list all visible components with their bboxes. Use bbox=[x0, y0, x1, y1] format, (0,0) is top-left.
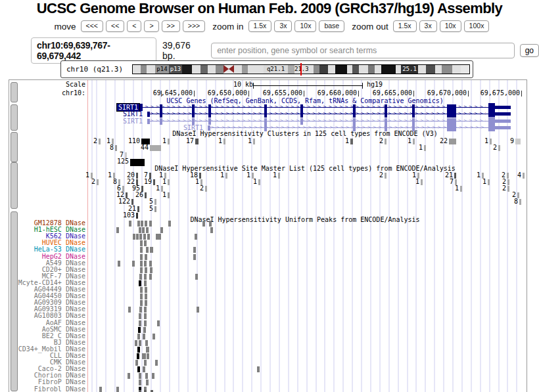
transcript-exon[interactable] bbox=[208, 104, 211, 111]
transcript-exon[interactable] bbox=[488, 123, 495, 131]
move-button[interactable]: << bbox=[106, 20, 124, 32]
centromere-icon bbox=[229, 65, 234, 73]
count-tick bbox=[168, 192, 170, 198]
zoom-out-button[interactable]: 1.5x bbox=[393, 20, 417, 32]
transcript-exon[interactable] bbox=[160, 118, 162, 125]
transcript-exon[interactable] bbox=[447, 118, 456, 125]
strand-arrows-icon: >>>>>>>>>>>>>>>>>>>>>>>>>>>>>>>>>>>>>>>>… bbox=[151, 110, 486, 118]
transcript-exon[interactable] bbox=[385, 118, 387, 125]
transcript-utr[interactable] bbox=[495, 120, 511, 123]
move-button[interactable]: > bbox=[144, 20, 158, 32]
zoom-in-label: zoom in bbox=[212, 22, 243, 32]
zoom-out-button[interactable]: 10x bbox=[440, 20, 461, 32]
count-label: 2 bbox=[200, 185, 204, 192]
transcript-exon[interactable] bbox=[412, 118, 415, 125]
zoom-out-button[interactable]: 100x bbox=[464, 20, 490, 32]
transcript-exon[interactable] bbox=[208, 118, 211, 125]
count-label: 9 bbox=[510, 138, 514, 144]
search-input[interactable] bbox=[211, 43, 514, 58]
transcript-utr[interactable] bbox=[495, 126, 511, 129]
master-track-title[interactable]: DNaseI Hypersensitive Site Master List (… bbox=[88, 165, 522, 172]
ideogram-band bbox=[208, 65, 216, 74]
ideogram-band-label: 25.1 bbox=[401, 65, 418, 74]
transcript-exon[interactable] bbox=[264, 111, 267, 118]
transcript-exon[interactable] bbox=[264, 125, 267, 131]
transcript-exon[interactable] bbox=[264, 118, 267, 125]
count-tick bbox=[424, 145, 426, 151]
track-image[interactable]: Scale chr10: 10 kb hg19 UCSC Genes (RefS… bbox=[9, 79, 527, 392]
transcript-exon[interactable] bbox=[192, 118, 195, 125]
cell-track-label[interactable]: HeLa-S3 DNase bbox=[9, 246, 85, 253]
transcript-exon[interactable] bbox=[192, 104, 195, 111]
transcript-exon[interactable] bbox=[385, 104, 387, 111]
transcript-exon[interactable] bbox=[412, 104, 415, 111]
transcript-exon[interactable] bbox=[385, 125, 387, 131]
transcript-exon[interactable] bbox=[412, 125, 415, 131]
transcript-exon[interactable] bbox=[208, 125, 210, 131]
move-button[interactable]: >>> bbox=[183, 20, 205, 32]
ruler-tick bbox=[304, 91, 304, 97]
zoom-out-label: zoom out bbox=[352, 22, 388, 32]
count-label: 2 bbox=[502, 185, 506, 192]
transcript-exon[interactable] bbox=[353, 111, 356, 118]
count-label: 1 bbox=[162, 192, 166, 198]
gene-label[interactable]: SIRT1 bbox=[183, 125, 203, 131]
chromosome-ideogram[interactable]: chr10 (q21.3) p14p13q21.121.325.1 bbox=[60, 60, 473, 78]
transcript-exon[interactable] bbox=[300, 104, 303, 111]
move-button[interactable]: <<< bbox=[81, 20, 103, 32]
transcript-exon[interactable] bbox=[447, 104, 456, 111]
zoom-in-button[interactable]: 10x bbox=[294, 20, 316, 32]
zoom-out-button[interactable]: 3x bbox=[419, 20, 437, 32]
dnase-peak bbox=[140, 294, 143, 299]
transcript-exon[interactable] bbox=[147, 112, 150, 117]
track-drag-handle[interactable] bbox=[11, 104, 18, 131]
transcript-exon[interactable] bbox=[353, 125, 356, 131]
transcript-exon[interactable] bbox=[353, 118, 356, 125]
transcript-exon[interactable] bbox=[160, 104, 162, 111]
cell-track-label[interactable]: FibroP DNase bbox=[9, 379, 85, 385]
gene-label[interactable]: SIRT1 bbox=[123, 111, 143, 118]
track-drag-handle[interactable] bbox=[11, 132, 18, 162]
count-label: 110 bbox=[128, 138, 140, 144]
ruler-tick bbox=[521, 91, 522, 97]
move-button[interactable]: < bbox=[127, 20, 141, 32]
transcript-utr[interactable] bbox=[495, 112, 511, 116]
ideogram-band bbox=[147, 65, 155, 74]
zoom-in-button[interactable]: base bbox=[319, 20, 344, 32]
track-drag-handle[interactable] bbox=[11, 162, 18, 209]
transcript-exon[interactable] bbox=[385, 111, 387, 118]
transcript-utr[interactable] bbox=[495, 106, 511, 109]
zoom-in-button[interactable]: 3x bbox=[274, 20, 292, 32]
track-drag-handle[interactable] bbox=[11, 82, 18, 102]
clusters-track-title[interactable]: DNaseI Hypersensitivity Clusters in 125 … bbox=[88, 131, 522, 137]
transcript-exon[interactable] bbox=[447, 111, 456, 118]
transcript-exon[interactable] bbox=[264, 104, 267, 111]
transcript-exon[interactable] bbox=[353, 104, 356, 111]
transcript-exon[interactable] bbox=[208, 111, 211, 118]
transcript-exon[interactable] bbox=[300, 118, 303, 125]
cell-track-label[interactable]: AG10803 DNase bbox=[9, 313, 85, 319]
transcript-exon[interactable] bbox=[447, 125, 456, 131]
ideogram-bands[interactable]: p14p13q21.121.325.1 bbox=[132, 64, 470, 74]
count-label: 1 bbox=[484, 138, 488, 144]
transcript-exon[interactable] bbox=[192, 111, 195, 118]
transcript-exon[interactable] bbox=[147, 119, 150, 124]
count-tick bbox=[205, 186, 207, 192]
scale-bracket bbox=[253, 85, 362, 86]
transcript-exon[interactable] bbox=[160, 111, 162, 118]
cell-track-label[interactable]: Fibrobl DNase bbox=[9, 386, 85, 392]
gene-label[interactable]: SIRT1 bbox=[123, 118, 143, 125]
strand-arrows-icon: >>>>>>>>>>>>>>>>>>>>>>>>>>>>>>>>>>>>>>>>… bbox=[211, 124, 486, 131]
count-tick bbox=[97, 179, 99, 185]
move-button[interactable]: >> bbox=[162, 20, 180, 32]
ideogram-band bbox=[200, 65, 208, 74]
transcript-exon[interactable] bbox=[300, 111, 303, 118]
transcript-exon[interactable] bbox=[412, 111, 415, 118]
count-label: 1 bbox=[253, 179, 257, 185]
zoom-in-button[interactable]: 1.5x bbox=[248, 20, 272, 32]
current-position-box[interactable]: chr10:69,639,767-69,679,442 bbox=[31, 37, 156, 64]
count-tick bbox=[115, 145, 117, 151]
position-marker bbox=[300, 63, 302, 76]
uniform-track-title[interactable]: DNaseI Hypersensitivity Uniform Peaks fr… bbox=[88, 217, 522, 223]
go-button[interactable]: go bbox=[520, 44, 539, 57]
